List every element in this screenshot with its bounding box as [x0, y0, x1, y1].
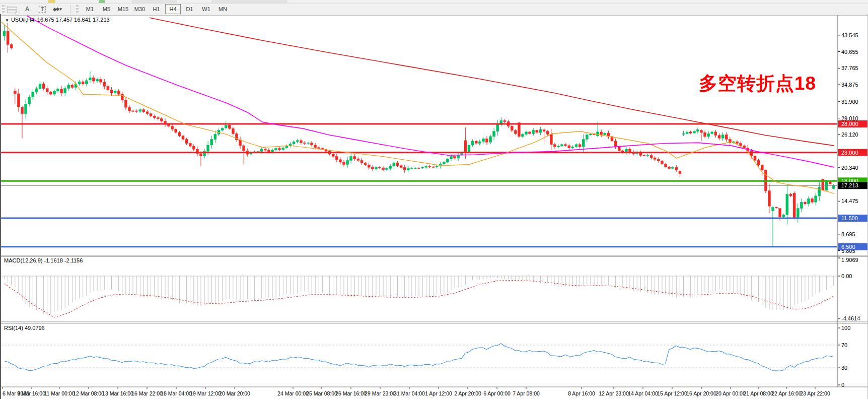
toolbar-grip[interactable]	[2, 5, 5, 13]
svg-text:26.120: 26.120	[841, 131, 858, 138]
time-axis-label: 13 Mar 16:00	[102, 390, 133, 396]
time-axis-label: 14 Apr 04:00	[628, 390, 658, 396]
svg-text:11.500: 11.500	[841, 215, 858, 221]
rsi-name: RSI(14)	[4, 325, 23, 331]
time-axis-label: 16 Mar 22:00	[131, 390, 163, 396]
time-axis-label: 16 Apr 20:00	[686, 390, 716, 396]
svg-text:37.765: 37.765	[841, 65, 858, 71]
time-axis-label: 26 Mar 16:00	[335, 390, 367, 396]
clipped-icon	[99, 0, 105, 3]
clipped-icon	[132, 0, 177, 3]
time-axis-label: 29 Mar 23:00	[365, 390, 396, 396]
timeframe-button-m1[interactable]: M1	[82, 4, 98, 14]
svg-text:28.000: 28.000	[841, 121, 858, 127]
rsi-pane[interactable]: 10070300	[1, 325, 850, 388]
macd-pane[interactable]: 1.90690.00-4.4614	[1, 257, 860, 321]
time-axis-label: 1 Apr 12:00	[425, 390, 452, 396]
svg-text:6.500: 6.500	[841, 244, 855, 250]
macd-name: MACD(12,26,9)	[4, 257, 42, 263]
toolbar-grip[interactable]	[76, 5, 79, 13]
time-axis-label: 12 Apr 23:00	[599, 390, 629, 396]
svg-text:70: 70	[841, 342, 847, 348]
time-axis-label: 11 Mar 00:00	[44, 390, 75, 396]
clipped-icon	[211, 0, 287, 3]
svg-text:0.00: 0.00	[841, 273, 852, 279]
chart-window[interactable]: ▼USOil,H4 16.675 17.457 16.641 17.213 MA…	[0, 14, 868, 399]
timeframe-button-m30[interactable]: M30	[132, 4, 148, 14]
svg-text:8.695: 8.695	[841, 231, 855, 237]
time-axis-label: 18 Mar 04:00	[161, 390, 192, 396]
time-axis-label: 12 Mar 08:00	[73, 390, 104, 396]
chart-title: ▼USOil,H4 16.675 17.457 16.641 17.213	[5, 17, 110, 23]
chart-ohlc-values: 16.675 17.457 16.641 17.213	[37, 17, 110, 23]
text-box-icon-letter: T	[39, 6, 46, 13]
time-axis-label: 20 Mar 20:00	[219, 390, 250, 396]
time-axis-label: 23 Apr 22:00	[800, 390, 830, 396]
rsi-value: 49.0796	[25, 325, 45, 331]
time-axis-label: 25 Mar 08:00	[306, 390, 337, 396]
timeframe-button-w1[interactable]: W1	[198, 4, 214, 14]
time-axis-label: 9 Mar 16:00	[17, 390, 45, 396]
clipped-toolbar-strip	[0, 0, 868, 4]
time-axis-label: 20 Apr 00:00	[715, 390, 746, 396]
timeframe-button-mn[interactable]: MN	[215, 4, 231, 14]
main-price-pane[interactable]	[1, 16, 837, 247]
svg-text:17.213: 17.213	[841, 182, 858, 188]
time-axis-label: 15 Apr 12:00	[657, 390, 687, 396]
grid-icon-shape: F	[8, 6, 17, 13]
time-axis-label: 8 Apr 16:00	[568, 390, 595, 396]
timeframe-button-m15[interactable]: M15	[115, 4, 131, 14]
macd-label: MACD(12,26,9) -1.1618 -2.1156	[4, 257, 83, 263]
time-axis-label: 31 Mar 04:00	[394, 390, 425, 396]
svg-text:100: 100	[841, 325, 850, 331]
clipped-icon	[48, 0, 55, 3]
time-axis-label: 21 Apr 08:00	[743, 390, 773, 396]
time-axis-label: 22 Apr 16:00	[771, 390, 802, 396]
svg-text:30: 30	[841, 365, 847, 371]
chart-grid-icon[interactable]: F	[6, 5, 19, 14]
svg-text:20.340: 20.340	[841, 165, 858, 171]
time-axis[interactable]: 6 Mar 20209 Mar 16:0011 Mar 00:0012 Mar …	[3, 387, 830, 396]
arrows-icon-shape: ◆◆	[53, 6, 59, 12]
timeframe-button-h4[interactable]: H4	[165, 4, 181, 14]
text-box-icon[interactable]: T	[36, 5, 49, 14]
svg-text:34.875: 34.875	[841, 82, 858, 88]
time-axis-label: 19 Mar 12:00	[190, 390, 221, 396]
timeframe-button-m5[interactable]: M5	[99, 4, 114, 14]
time-axis-label: 6 Apr 00:00	[483, 390, 511, 396]
dropdown-caret-icon: ▾	[59, 7, 62, 12]
timeframe-buttons: M1M5M15M30H1H4D1W1MN	[82, 4, 231, 14]
time-axis-label: 7 Apr 08:00	[513, 390, 540, 396]
price-axis[interactable]: 43.54540.65537.76534.87531.90029.01026.1…	[838, 32, 867, 254]
svg-text:1.9069: 1.9069	[841, 257, 858, 263]
svg-text:-4.4614: -4.4614	[841, 315, 860, 321]
rsi-label: RSI(14) 49.0796	[4, 325, 45, 331]
time-axis-label: 24 Mar 00:00	[277, 390, 309, 396]
time-axis-label: 2 Apr 20:00	[454, 390, 481, 396]
timeframe-button-h1[interactable]: H1	[149, 4, 164, 14]
toolbar: F A T ◆◆ ▾ M1M5M15M30H1H4D1W1MN	[0, 4, 868, 15]
svg-text:14.475: 14.475	[841, 198, 858, 204]
text-label-icon[interactable]: A	[21, 5, 34, 14]
timeframe-button-d1[interactable]: D1	[182, 4, 197, 14]
svg-text:31.900: 31.900	[841, 99, 858, 105]
arrows-tool-icon[interactable]: ◆◆ ▾	[51, 5, 64, 14]
chart-symbol-timeframe: USOil,H4	[11, 17, 34, 23]
svg-text:23.000: 23.000	[841, 150, 858, 156]
toolbar-separator	[70, 5, 71, 13]
svg-text:0: 0	[841, 382, 844, 388]
svg-text:40.655: 40.655	[841, 49, 858, 55]
macd-values: -1.1618 -2.1156	[44, 257, 83, 263]
chart-dropdown-icon[interactable]: ▼	[5, 18, 9, 23]
svg-text:43.545: 43.545	[841, 32, 858, 38]
svg-text:29.010: 29.010	[841, 115, 858, 121]
chart-annotation: 多空转折点18	[699, 71, 816, 96]
